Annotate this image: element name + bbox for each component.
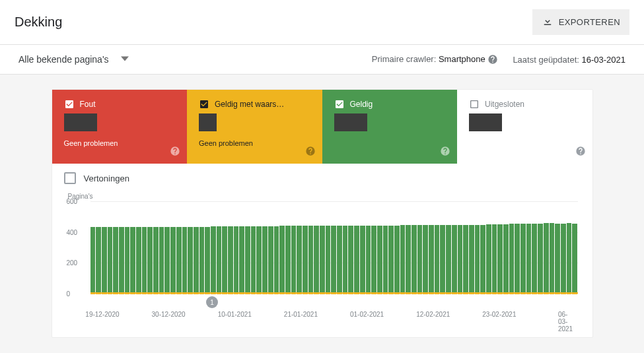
chart-bar[interactable]	[550, 223, 555, 294]
help-icon[interactable]	[440, 146, 450, 158]
help-icon[interactable]	[575, 146, 586, 158]
chart-bar[interactable]	[125, 227, 130, 294]
chart-bar[interactable]	[130, 227, 135, 294]
export-button[interactable]: EXPORTEREN	[532, 9, 629, 35]
chart-bar[interactable]	[176, 227, 182, 294]
chart-bar[interactable]	[458, 225, 463, 294]
chart-bar[interactable]	[194, 227, 199, 294]
tile-error[interactable]: Fout Geen problemen	[52, 90, 188, 164]
chart-bar[interactable]	[440, 225, 445, 294]
chart-bar[interactable]	[199, 227, 205, 294]
chart-bar[interactable]	[291, 226, 297, 294]
chart-bar[interactable]	[544, 223, 549, 294]
chart-bar[interactable]	[205, 227, 210, 294]
chart-bar[interactable]	[326, 226, 331, 294]
chart-bar[interactable]	[314, 226, 319, 294]
chart-bar[interactable]	[354, 226, 359, 294]
chart-bar[interactable]	[394, 226, 400, 294]
tile-subtext: Geen problemen	[64, 139, 176, 147]
chart-bar[interactable]	[234, 226, 239, 294]
chart-bar[interactable]	[532, 224, 537, 294]
chart-bar[interactable]	[446, 225, 451, 294]
chart-bar[interactable]	[497, 224, 503, 294]
chart-bar[interactable]	[303, 226, 308, 294]
chart-bar[interactable]	[561, 224, 566, 294]
chart-bar[interactable]	[239, 226, 244, 294]
chart-bar[interactable]	[308, 226, 314, 294]
chart-bar[interactable]	[417, 225, 423, 294]
chart-bar[interactable]	[188, 227, 193, 294]
chart-bar[interactable]	[486, 224, 491, 294]
chart-bar[interactable]	[136, 227, 141, 294]
chart-bar[interactable]	[555, 224, 560, 294]
chart-bar[interactable]	[170, 227, 176, 294]
chart-bar[interactable]	[538, 224, 543, 294]
chart-bar[interactable]	[119, 227, 124, 294]
chart-bar[interactable]	[348, 226, 353, 294]
chart-bar[interactable]	[182, 227, 188, 294]
chart-bar[interactable]	[159, 227, 164, 294]
chart-bar[interactable]	[371, 226, 376, 294]
chart-bar[interactable]	[217, 226, 222, 294]
chart-bar[interactable]	[337, 226, 342, 294]
chart-bar[interactable]	[509, 224, 515, 294]
chart-bar[interactable]	[320, 226, 325, 294]
chart-bar[interactable]	[222, 226, 227, 294]
chart-bar[interactable]	[142, 227, 147, 294]
chart-bar[interactable]	[463, 225, 468, 294]
chart-bar[interactable]	[411, 225, 417, 294]
chart-bar[interactable]	[400, 225, 406, 294]
chart-bar[interactable]	[526, 224, 532, 294]
chart-bar[interactable]	[383, 226, 388, 294]
chart-bar[interactable]	[90, 227, 96, 294]
chart-bar[interactable]	[567, 223, 572, 294]
chart-bar[interactable]	[452, 225, 457, 294]
chart-bar[interactable]	[515, 224, 520, 294]
chart-bar[interactable]	[228, 226, 233, 294]
chart-bar[interactable]	[211, 226, 216, 294]
chart-bar[interactable]	[153, 227, 159, 294]
chart-bar[interactable]	[388, 226, 394, 294]
chart-bar[interactable]	[108, 227, 113, 294]
chart-bar[interactable]	[423, 225, 428, 294]
impressions-toggle[interactable]: Vertoningen	[52, 164, 592, 193]
chart-bar[interactable]	[572, 224, 577, 294]
chart-bar[interactable]	[406, 225, 411, 294]
chart-bar[interactable]	[343, 226, 348, 294]
chart-bar[interactable]	[285, 226, 291, 294]
chart-bar[interactable]	[279, 226, 285, 294]
help-icon[interactable]	[305, 146, 316, 158]
chart-bar[interactable]	[480, 225, 485, 294]
tile-warning[interactable]: Geldig met waars… Geen problemen	[187, 90, 322, 164]
pages-dropdown[interactable]: Alle bekende pagina's	[18, 50, 129, 69]
chart-bar[interactable]	[102, 227, 107, 294]
chart-bar[interactable]	[274, 226, 279, 294]
chart-bar[interactable]	[475, 225, 480, 294]
chart-bar[interactable]	[429, 225, 434, 294]
chart-bar[interactable]	[256, 226, 262, 294]
chart-bar[interactable]	[520, 224, 526, 294]
chart-bar[interactable]	[492, 224, 497, 294]
chart-bar[interactable]	[251, 226, 256, 294]
help-icon[interactable]	[487, 54, 498, 64]
event-marker[interactable]: 1	[206, 296, 218, 308]
chart-bar[interactable]	[262, 226, 268, 294]
chart-bar[interactable]	[377, 226, 382, 294]
chart-bar[interactable]	[147, 227, 153, 294]
chart-bar[interactable]	[469, 225, 474, 294]
chart-bar[interactable]	[268, 226, 273, 294]
updated-info: Laatst geüpdatet: 16-03-2021	[513, 55, 626, 65]
help-icon[interactable]	[170, 146, 180, 158]
chart-bar[interactable]	[113, 227, 118, 294]
chart-bar[interactable]	[96, 227, 101, 294]
tile-excluded[interactable]: Uitgesloten	[457, 90, 592, 164]
chart-bar[interactable]	[360, 226, 365, 294]
chart-bar[interactable]	[331, 226, 336, 294]
chart-bar[interactable]	[366, 226, 371, 294]
chart-bar[interactable]	[164, 227, 170, 294]
chart-bar[interactable]	[297, 226, 302, 294]
chart-bar[interactable]	[435, 225, 440, 294]
chart-bar[interactable]	[245, 226, 250, 294]
tile-valid[interactable]: Geldig	[322, 90, 458, 164]
chart-bar[interactable]	[503, 224, 509, 294]
